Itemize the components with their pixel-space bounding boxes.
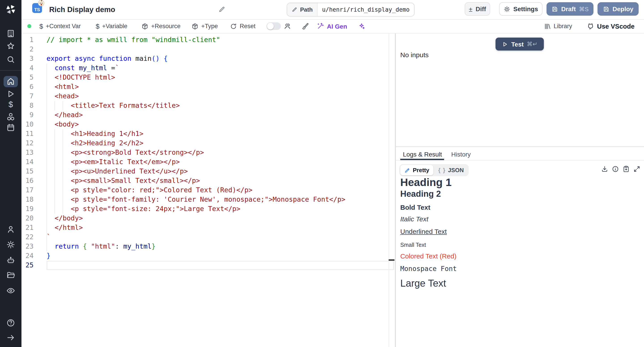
star-icon[interactable]	[6, 42, 15, 50]
github-cat-icon	[587, 22, 594, 30]
line-number: 24	[22, 251, 34, 261]
home-icon[interactable]	[6, 77, 15, 86]
add-type-button[interactable]: +Type	[192, 19, 218, 33]
tab-logs-result[interactable]: Logs & Result	[403, 148, 442, 160]
format-paintbrush-button[interactable]	[302, 19, 309, 33]
path-field[interactable]: Path u/henri/rich_display_demo	[287, 3, 414, 16]
add-resource-button[interactable]: +Resource	[141, 19, 180, 33]
test-button[interactable]: Test ⌘↵	[496, 38, 544, 50]
code-line[interactable]: 1// import * as wmill from "windmill-cli…	[22, 35, 389, 45]
add-variable-button[interactable]: $ +Variable	[96, 19, 128, 33]
assistant-toggle[interactable]	[266, 22, 281, 30]
edit-summary-pencil-icon[interactable]	[218, 6, 226, 13]
code-line[interactable]: 23 return { "html": my_html}	[22, 242, 389, 251]
draft-button[interactable]: Draft ⌘S	[546, 2, 594, 16]
code-line[interactable]: 11 <h1>Heading 1</h1>	[22, 129, 389, 138]
code-line[interactable]: 20 </body>	[22, 214, 389, 223]
line-number: 4	[22, 64, 34, 73]
code-line[interactable]: 14 <p><em>Italic Text</em></p>	[22, 158, 389, 167]
tab-history[interactable]: History	[451, 148, 471, 160]
line-number: 7	[22, 92, 34, 101]
help-circle-icon[interactable]	[6, 318, 15, 327]
use-vscode-button[interactable]: Use VScode	[587, 19, 634, 33]
download-icon[interactable]	[601, 166, 608, 172]
code-line[interactable]: 13 <p><strong>Bold Text</strong></p>	[22, 148, 389, 158]
code-text: </body>	[46, 214, 83, 223]
code-line[interactable]: 24}	[22, 251, 389, 261]
expand-icon[interactable]	[633, 166, 640, 172]
toggle-knob	[267, 23, 274, 30]
user-icon[interactable]	[6, 225, 15, 234]
windmill-logo-icon[interactable]	[5, 4, 16, 15]
result-line-small: Small Text	[400, 242, 426, 248]
code-line[interactable]: 25	[22, 261, 389, 270]
schedules-calendar-icon[interactable]	[6, 123, 15, 132]
code-text: <p><u>Underlined Text</u></p>	[46, 167, 188, 176]
code-line[interactable]: 18 <p style="font-family: 'Courier New',…	[22, 195, 389, 204]
line-number: 20	[22, 214, 34, 223]
resources-boxes-icon[interactable]	[6, 112, 15, 121]
result-line-bold: Bold Text	[400, 204, 430, 211]
code-line[interactable]: 22`	[22, 232, 389, 242]
line-number: 22	[22, 232, 34, 242]
diff-button[interactable]: ± Diff	[465, 2, 490, 16]
code-line[interactable]: 6 <html>	[22, 82, 389, 92]
path-value[interactable]: u/henri/rich_display_demo	[318, 3, 414, 16]
code-line[interactable]: 17 <p style="color: red;">Colored Text (…	[22, 186, 389, 195]
code-line[interactable]: 2	[22, 45, 389, 54]
sparkles-button[interactable]	[358, 19, 366, 33]
line-number: 15	[22, 167, 34, 176]
code-text: }	[46, 251, 50, 261]
line-number: 8	[22, 101, 34, 110]
code-line[interactable]: 10 <body>	[22, 120, 389, 129]
search-icon[interactable]	[6, 55, 15, 64]
pretty-view-button[interactable]: Pretty	[400, 165, 433, 175]
runs-play-icon[interactable]	[6, 90, 15, 98]
path-label: Path	[287, 3, 318, 16]
code-text: const my_html =`	[46, 64, 119, 73]
line-number: 14	[22, 158, 34, 167]
deploy-button[interactable]: Deploy	[598, 2, 639, 16]
result-section-divider[interactable]	[395, 146, 644, 147]
reset-button[interactable]: Reset	[230, 19, 256, 33]
eye-icon[interactable]	[6, 286, 15, 295]
overview-ruler-border	[389, 34, 389, 347]
settings-gear-icon[interactable]	[6, 240, 15, 249]
code-line[interactable]: 19 <p style="font-size: 24px;">Large Tex…	[22, 204, 389, 214]
code-text: </html>	[46, 223, 83, 232]
result-line-red: Colored Text (Red)	[400, 252, 456, 260]
pencil-icon	[292, 7, 298, 12]
code-line[interactable]: 8 <title>Text Formats</title>	[22, 101, 389, 110]
library-button[interactable]: Library	[544, 19, 572, 33]
ai-gen-button[interactable]: AI Gen	[317, 19, 347, 33]
code-text: <p><em>Italic Text</em></p>	[46, 158, 180, 167]
code-line[interactable]: 3export async function main() {	[22, 54, 389, 64]
add-context-var-button[interactable]: $ +Context Var	[39, 19, 81, 33]
panel-splitter[interactable]	[395, 34, 396, 347]
building-icon[interactable]	[6, 29, 15, 38]
code-text: <head>	[46, 92, 79, 101]
code-line[interactable]: 4 const my_html =`	[22, 64, 389, 73]
clipboard-copy-icon[interactable]	[622, 166, 630, 172]
json-view-button[interactable]: { } JSON	[434, 165, 468, 175]
collapse-arrow-right-icon[interactable]	[6, 333, 15, 342]
code-line[interactable]: 5 <!DOCTYPE html>	[22, 73, 389, 82]
variables-dollar-icon[interactable]: $	[6, 100, 15, 109]
code-line[interactable]: 7 <head>	[22, 92, 389, 101]
code-line[interactable]: 9 </head>	[22, 110, 389, 120]
code-line[interactable]: 21 </html>	[22, 223, 389, 232]
workers-robot-icon[interactable]	[6, 256, 15, 265]
wand-sparkles-icon	[317, 22, 324, 30]
code-line[interactable]: 15 <p><u>Underlined Text</u></p>	[22, 167, 389, 176]
folder-open-icon[interactable]	[6, 270, 15, 280]
code-line[interactable]: 16 <p><small>Small Text</small></p>	[22, 176, 389, 186]
line-number: 19	[22, 204, 34, 214]
result-line-large: Large Text	[400, 278, 446, 289]
code-text: <body>	[46, 120, 79, 129]
info-circle-icon[interactable]	[612, 166, 619, 172]
settings-button[interactable]: Settings	[499, 2, 542, 16]
line-number: 21	[22, 223, 34, 232]
line-number: 6	[22, 82, 34, 92]
code-line[interactable]: 12 <h2>Heading 2</h2>	[22, 138, 389, 148]
users-icon-button[interactable]	[284, 19, 291, 33]
